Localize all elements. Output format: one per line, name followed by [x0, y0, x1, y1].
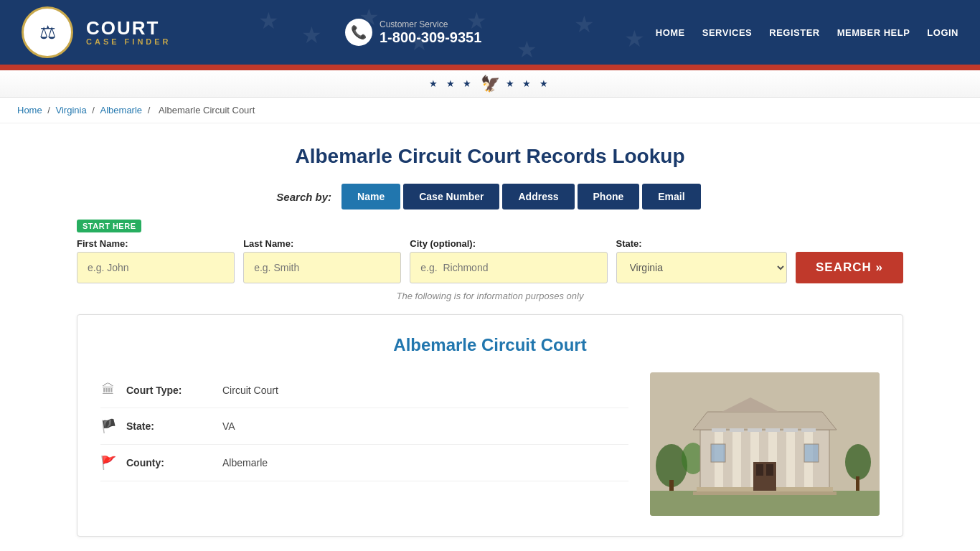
svg-rect-29: [711, 444, 725, 462]
star-decoration: ★: [301, 22, 322, 49]
tab-case-number[interactable]: Case Number: [403, 184, 499, 209]
breadcrumb-sep-3: /: [148, 105, 153, 116]
svg-rect-18: [712, 428, 726, 432]
nav-services[interactable]: SERVICES: [702, 27, 753, 38]
info-note: The following is for information purpose…: [77, 291, 903, 301]
main-content: Albemarle Circuit Court Records Lookup S…: [60, 123, 920, 551]
search-button[interactable]: SEARCH »: [796, 252, 903, 283]
breadcrumb-sep-1: /: [47, 105, 52, 116]
city-label: City (optional):: [410, 238, 607, 249]
breadcrumb-home[interactable]: Home: [17, 105, 42, 116]
svg-rect-27: [756, 464, 763, 476]
nav-register[interactable]: REGISTER: [769, 27, 819, 38]
logo-subtitle: CASE FINDER: [86, 37, 171, 46]
star-decoration: ★: [574, 11, 595, 38]
svg-rect-30: [804, 444, 819, 462]
tab-email[interactable]: Email: [642, 184, 700, 209]
phone-text: Customer Service 1-800-309-9351: [380, 19, 481, 46]
first-name-group: First Name:: [77, 238, 235, 283]
svg-rect-16: [786, 430, 795, 487]
svg-rect-20: [748, 428, 762, 432]
star-decoration: ★: [258, 7, 279, 34]
court-card-body: 🏛 Court Type: Circuit Court 🏴 State: VA …: [100, 372, 880, 516]
county-icon: 🚩: [100, 455, 116, 471]
star-decoration: ★: [517, 36, 537, 63]
header-phone-area: 📞 Customer Service 1-800-309-9351: [345, 19, 481, 46]
page-title: Albemarle Circuit Court Records Lookup: [77, 145, 903, 168]
first-name-input[interactable]: [77, 252, 235, 283]
county-value: Albemarle: [222, 457, 268, 468]
court-image-area: [650, 372, 880, 516]
court-type-row: 🏛 Court Type: Circuit Court: [100, 372, 628, 408]
breadcrumb: Home / Virginia / Albemarle / Albemarle …: [0, 98, 980, 123]
city-input[interactable]: [410, 252, 607, 283]
state-select[interactable]: Virginia Alabama Alaska Arizona Arkansas…: [616, 252, 788, 283]
svg-rect-21: [765, 428, 780, 432]
last-name-label: Last Name:: [243, 238, 401, 249]
last-name-input[interactable]: [243, 252, 401, 283]
search-by-row: Search by: Name Case Number Address Phon…: [77, 184, 903, 209]
first-name-label: First Name:: [77, 238, 235, 249]
state-row: 🏴 State: VA: [100, 408, 628, 445]
state-group: State: Virginia Alabama Alaska Arizona A…: [616, 238, 788, 283]
state-icon: 🏴: [100, 418, 116, 434]
state-row-label: State:: [126, 420, 212, 432]
red-banner: [0, 65, 980, 70]
customer-service-label: Customer Service: [380, 19, 481, 29]
last-name-group: Last Name:: [243, 238, 401, 283]
svg-rect-13: [732, 430, 741, 487]
court-card: Albemarle Circuit Court 🏛 Court Type: Ci…: [77, 314, 903, 537]
logo-circle: ⚖: [22, 6, 73, 58]
eagle-icon: 🦅: [481, 75, 500, 93]
breadcrumb-sep-2: /: [92, 105, 97, 116]
courthouse-svg: [650, 372, 880, 516]
logo-icon: ⚖: [39, 22, 56, 44]
city-group: City (optional):: [410, 238, 607, 283]
nav-member-help[interactable]: MEMBER HELP: [837, 27, 910, 38]
phone-icon: 📞: [345, 19, 372, 46]
court-type-value: Circuit Court: [222, 385, 278, 396]
search-by-label: Search by:: [276, 191, 331, 203]
svg-rect-4: [856, 476, 859, 491]
tab-name[interactable]: Name: [341, 184, 400, 209]
stars-right: ★ ★ ★: [506, 78, 551, 89]
county-row: 🚩 County: Albemarle: [100, 445, 628, 481]
logo-text: COURT CASE FINDER: [86, 19, 171, 46]
search-fields: First Name: Last Name: City (optional): …: [77, 238, 903, 283]
svg-point-3: [845, 444, 871, 480]
svg-rect-23: [801, 428, 816, 432]
start-here-badge: START HERE: [77, 220, 141, 232]
svg-rect-19: [730, 428, 744, 432]
svg-marker-9: [693, 412, 837, 430]
eagle-banner: ★ ★ ★ 🦅 ★ ★ ★: [0, 70, 980, 98]
court-type-label: Court Type:: [126, 385, 212, 396]
tab-address[interactable]: Address: [502, 184, 574, 209]
state-label: State:: [616, 238, 788, 249]
site-header: ★ ★ ★ ★ ★ ★ ★ ★ ⚖ COURT CASE FINDER 📞 Cu…: [0, 0, 980, 65]
court-building-image: [650, 372, 880, 516]
court-info-list: 🏛 Court Type: Circuit Court 🏴 State: VA …: [100, 372, 628, 516]
court-type-icon: 🏛: [100, 382, 116, 397]
svg-rect-22: [783, 428, 798, 432]
tab-phone[interactable]: Phone: [578, 184, 640, 209]
logo-court-text: COURT: [86, 19, 171, 37]
header-logo-area: ⚖ COURT CASE FINDER: [22, 6, 171, 58]
nav-home[interactable]: HOME: [656, 27, 685, 38]
state-row-value: VA: [222, 420, 235, 432]
court-card-title: Albemarle Circuit Court: [100, 335, 880, 355]
phone-number: 1-800-309-9351: [380, 29, 481, 46]
breadcrumb-current: Albemarle Circuit Court: [159, 105, 255, 116]
breadcrumb-state[interactable]: Virginia: [56, 105, 87, 116]
main-nav: HOME SERVICES REGISTER MEMBER HELP LOGIN: [656, 27, 958, 38]
county-label: County:: [126, 457, 212, 468]
nav-login[interactable]: LOGIN: [927, 27, 958, 38]
eagle-accent: ★ ★ ★ 🦅 ★ ★ ★: [429, 75, 550, 93]
search-form-area: START HERE First Name: Last Name: City (…: [77, 220, 903, 283]
star-decoration: ★: [624, 25, 645, 52]
stars-left: ★ ★ ★: [429, 78, 474, 89]
breadcrumb-county[interactable]: Albemarle: [100, 105, 143, 116]
svg-rect-28: [766, 464, 773, 476]
svg-rect-25: [693, 491, 837, 495]
